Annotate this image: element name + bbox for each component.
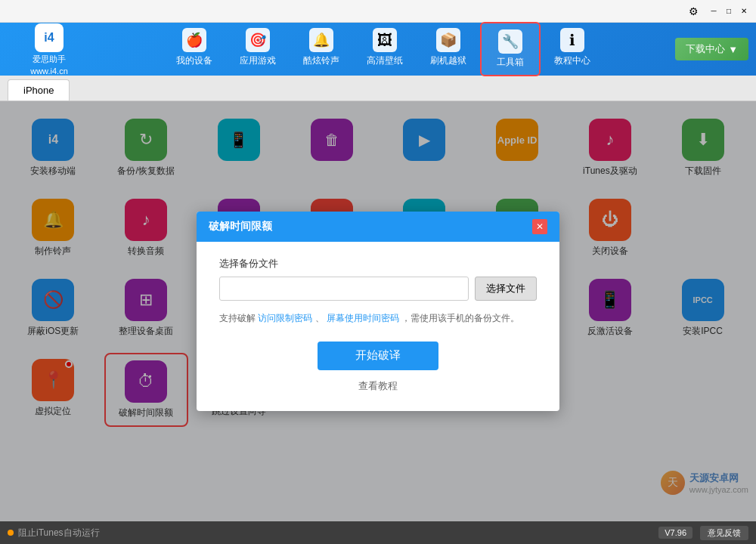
- maximize-button[interactable]: □: [723, 5, 735, 17]
- logo-sub: www.i4.cn: [30, 66, 68, 76]
- feedback-button[interactable]: 意见反馈: [700, 526, 748, 540]
- nav-item-my-device[interactable]: 🍎 我的设备: [163, 22, 226, 76]
- tutorial-link[interactable]: 查看教程: [219, 379, 537, 393]
- itunes-status-text: 阻止iTunes自动运行: [18, 527, 100, 539]
- field-row: 选择文件: [219, 277, 537, 301]
- start-decrypt-button[interactable]: 开始破译: [318, 342, 438, 370]
- link-screen-time[interactable]: 屏幕使用时间密码: [327, 313, 399, 323]
- nav-item-wallpaper[interactable]: 🖼 高清壁纸: [353, 22, 417, 76]
- jailbreak-icon: 📦: [436, 28, 460, 52]
- status-right: V7.96 意见反馈: [658, 526, 748, 540]
- nav-item-toolbox[interactable]: 🔧 工具箱: [480, 22, 541, 76]
- separator: 、: [315, 313, 324, 323]
- nav-label-tutorials: 教程中心: [554, 54, 590, 67]
- nav-label-wallpaper: 高清壁纸: [367, 54, 403, 67]
- nav-item-jailbreak[interactable]: 📦 刷机越狱: [417, 22, 480, 76]
- download-label: 下载中心: [686, 42, 725, 56]
- nav-items: 🍎 我的设备 🎯 应用游戏 🔔 酷炫铃声 🖼 高清壁纸 📦 刷机越狱 🔧 工具箱: [98, 22, 668, 76]
- logo-icon: i4: [35, 23, 64, 52]
- support-suffix: ，需使用该手机的备份文件。: [401, 313, 519, 323]
- my-device-icon: 🍎: [182, 28, 206, 52]
- nav-label-app-games: 应用游戏: [240, 54, 276, 67]
- nav-label-ringtones: 酷炫铃声: [303, 54, 339, 67]
- minimize-button[interactable]: ─: [708, 5, 720, 17]
- logo-text: 爱思助手: [33, 54, 66, 65]
- crack-time-limit-modal: 破解时间限额 ✕ 选择备份文件 选择文件 支持破解 访问限制密码 、 屏幕使用时…: [197, 212, 559, 410]
- titlebar: ⚙ ─ □ ✕: [0, 0, 756, 23]
- nav-item-tutorials[interactable]: ℹ 教程中心: [541, 22, 604, 76]
- tabbar: iPhone: [0, 76, 756, 101]
- toolbox-icon: 🔧: [498, 29, 522, 54]
- modal-close-button[interactable]: ✕: [532, 219, 547, 234]
- modal-body: 选择备份文件 选择文件 支持破解 访问限制密码 、 屏幕使用时间密码 ，需使用该…: [197, 242, 559, 410]
- nav-label-my-device: 我的设备: [176, 54, 212, 67]
- support-text: 支持破解 访问限制密码 、 屏幕使用时间密码 ，需使用该手机的备份文件。: [219, 311, 537, 326]
- wallpaper-icon: 🖼: [373, 28, 397, 52]
- support-prefix: 支持破解: [219, 313, 256, 323]
- statusbar: 阻止iTunes自动运行 V7.96 意见反馈: [0, 521, 756, 544]
- iphone-tab[interactable]: iPhone: [8, 79, 70, 100]
- status-left: 阻止iTunes自动运行: [8, 527, 100, 539]
- tab-label: iPhone: [23, 85, 54, 96]
- nav-item-ringtones[interactable]: 🔔 酷炫铃声: [290, 22, 353, 76]
- link-access-restriction[interactable]: 访问限制密码: [258, 313, 312, 323]
- header: i4 爱思助手 www.i4.cn 🍎 我的设备 🎯 应用游戏 🔔 酷炫铃声 🖼…: [0, 23, 756, 76]
- nav-label-toolbox: 工具箱: [497, 56, 524, 69]
- app-games-icon: 🎯: [246, 28, 270, 52]
- download-button[interactable]: 下载中心 ▼: [675, 38, 748, 60]
- modal-header: 破解时间限额 ✕: [197, 212, 559, 242]
- logo-area: i4 爱思助手 www.i4.cn: [8, 23, 91, 76]
- tutorials-icon: ℹ: [560, 28, 584, 52]
- close-button[interactable]: ✕: [738, 5, 750, 17]
- main-content: i4 安装移动端 ↻ 备份/恢复数据 📱 🗑 ▶: [0, 101, 756, 521]
- modal-overlay: 破解时间限额 ✕ 选择备份文件 选择文件 支持破解 访问限制密码 、 屏幕使用时…: [0, 101, 756, 521]
- backup-file-input[interactable]: [219, 277, 469, 301]
- ringtones-icon: 🔔: [309, 28, 333, 52]
- status-dot: [8, 530, 14, 536]
- select-file-button[interactable]: 选择文件: [475, 277, 537, 301]
- nav-label-jailbreak: 刷机越狱: [430, 54, 466, 67]
- logo-char: i4: [44, 31, 54, 45]
- field-label: 选择备份文件: [219, 257, 537, 270]
- modal-title: 破解时间限额: [209, 220, 272, 233]
- settings-icon[interactable]: ⚙: [689, 5, 699, 17]
- download-arrow-icon: ▼: [728, 44, 738, 55]
- nav-item-app-games[interactable]: 🎯 应用游戏: [226, 22, 290, 76]
- version-badge: V7.96: [658, 527, 692, 539]
